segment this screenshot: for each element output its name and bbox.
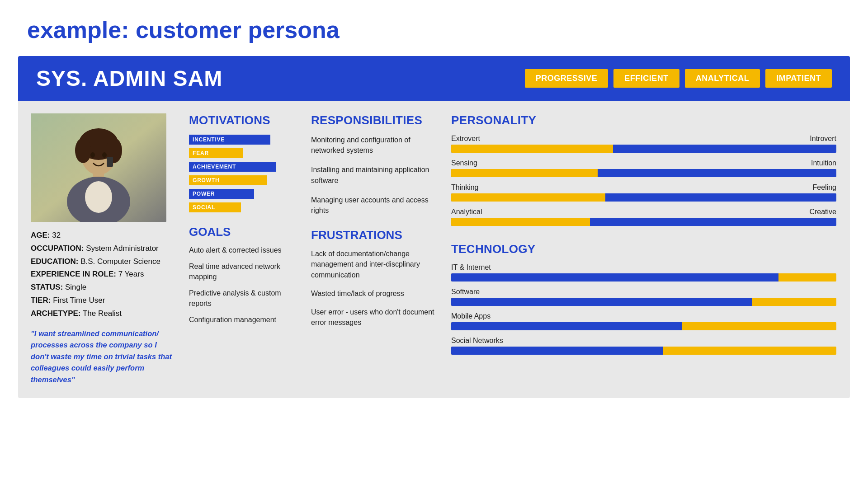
technology-row: Social Networks xyxy=(451,337,836,355)
bio-status: STATUS: Single xyxy=(31,282,175,293)
technology-track xyxy=(451,298,836,306)
motivation-bar-item: FEAR xyxy=(189,148,297,158)
svg-point-8 xyxy=(85,181,112,213)
motivations-column: MOTIVATIONS INCENTIVEFEARACHIEVEMENTGROW… xyxy=(189,113,297,385)
goal-item: Auto alert & corrected issues xyxy=(189,245,297,255)
header-tag: PROGRESSIVE xyxy=(525,69,609,88)
goal-item: Predictive analysis & custom reports xyxy=(189,288,297,309)
frustrations-title: FRUSTRATIONS xyxy=(311,228,438,242)
personality-fill xyxy=(451,169,598,177)
motivation-bar-item: ACHIEVEMENT xyxy=(189,162,297,172)
svg-point-9 xyxy=(90,152,95,158)
svg-point-10 xyxy=(102,152,107,158)
goal-item: Configuration management xyxy=(189,315,297,325)
personality-row: ExtrovertIntrovert xyxy=(451,135,836,153)
frustration-item: User error - users who don't document er… xyxy=(311,307,438,328)
personality-row: SensingIntuition xyxy=(451,159,836,177)
personality-track xyxy=(451,193,836,202)
personality-column: PERSONALITY ExtrovertIntrovertSensingInt… xyxy=(451,113,836,385)
card-header: SYS. ADMIN SAM PROGRESSIVEEFFICIENTANALY… xyxy=(18,56,850,101)
motivation-bar-item: GROWTH xyxy=(189,175,297,185)
bio-occupation: OCCUPATION: System Administrator xyxy=(31,243,175,254)
personality-left-label: Analytical xyxy=(451,208,482,216)
card-body: AGE: 32 OCCUPATION: System Administrator… xyxy=(18,101,850,398)
bio-table: AGE: 32 OCCUPATION: System Administrator… xyxy=(31,230,175,319)
technology-track xyxy=(451,322,836,330)
motivation-bar-item: SOCIAL xyxy=(189,202,297,212)
bio-experience: EXPERIENCE IN ROLE: 7 Years xyxy=(31,269,175,280)
personality-fill xyxy=(451,218,590,226)
personality-right-label: Feeling xyxy=(813,183,836,192)
svg-point-4 xyxy=(75,138,91,163)
page-title: example: customer persona xyxy=(0,0,868,56)
personality-row: AnalyticalCreative xyxy=(451,208,836,226)
personality-fill xyxy=(451,193,605,202)
personality-row: ThinkingFeeling xyxy=(451,183,836,202)
frustration-item: Lack of documentation/change management … xyxy=(311,249,438,280)
personality-left-label: Thinking xyxy=(451,183,478,192)
personality-right-label: Creative xyxy=(809,208,836,216)
technology-label: Social Networks xyxy=(451,337,836,345)
technology-label: IT & Internet xyxy=(451,263,836,272)
personality-track xyxy=(451,169,836,177)
technology-fill xyxy=(451,273,778,282)
personality-rows: ExtrovertIntrovertSensingIntuitionThinki… xyxy=(451,135,836,226)
svg-rect-11 xyxy=(107,157,113,167)
persona-quote: "I want streamlined communication/ proce… xyxy=(31,328,175,386)
goals-items: Auto alert & corrected issuesReal time a… xyxy=(189,245,297,325)
technology-track xyxy=(451,347,836,355)
responsibility-item: Managing user accounts and access rights xyxy=(311,195,438,216)
personality-right-label: Introvert xyxy=(810,135,836,143)
motivations-title: MOTIVATIONS xyxy=(189,113,297,127)
bio-column: AGE: 32 OCCUPATION: System Administrator… xyxy=(31,113,175,385)
personality-title: PERSONALITY xyxy=(451,113,836,127)
personality-track xyxy=(451,218,836,226)
technology-fill xyxy=(451,322,682,330)
motivation-bar-item: INCENTIVE xyxy=(189,135,297,145)
technology-fill xyxy=(451,298,752,306)
technology-section: TECHNOLOGY IT & InternetSoftwareMobile A… xyxy=(451,242,836,355)
goal-item: Real time advanced network mapping xyxy=(189,262,297,282)
responsibility-item: Monitoring and configuration of networke… xyxy=(311,135,438,155)
motivation-bar-item: POWER xyxy=(189,189,297,199)
technology-rows: IT & InternetSoftwareMobile AppsSocial N… xyxy=(451,263,836,355)
goals-title: GOALS xyxy=(189,225,297,239)
technology-label: Mobile Apps xyxy=(451,312,836,320)
responsibility-item: Installing and maintaining application s… xyxy=(311,164,438,185)
technology-row: Software xyxy=(451,288,836,306)
personality-right-label: Intuition xyxy=(811,159,836,167)
personality-left-label: Extrovert xyxy=(451,135,480,143)
technology-fill xyxy=(451,347,663,355)
persona-photo xyxy=(31,113,166,222)
persona-name: SYS. ADMIN SAM xyxy=(36,66,222,91)
header-tag: IMPATIENT xyxy=(765,69,832,88)
persona-card: SYS. ADMIN SAM PROGRESSIVEEFFICIENTANALY… xyxy=(18,56,850,398)
personality-track xyxy=(451,145,836,153)
technology-label: Software xyxy=(451,288,836,296)
bio-education: EDUCATION: B.S. Computer Science xyxy=(31,256,175,267)
responsibilities-items: Monitoring and configuration of networke… xyxy=(311,135,438,216)
responsibilities-column: RESPONSIBILITIES Monitoring and configur… xyxy=(311,113,438,385)
frustration-item: Wasted time/lack of progress xyxy=(311,288,438,299)
technology-track xyxy=(451,273,836,282)
technology-row: Mobile Apps xyxy=(451,312,836,330)
bio-tier: TIER: First Time User xyxy=(31,295,175,306)
technology-row: IT & Internet xyxy=(451,263,836,282)
bio-age: AGE: 32 xyxy=(31,230,175,241)
personality-left-label: Sensing xyxy=(451,159,477,167)
personality-section: PERSONALITY ExtrovertIntrovertSensingInt… xyxy=(451,113,836,226)
header-tag: EFFICIENT xyxy=(613,69,679,88)
bio-archetype: ARCHETYPE: The Realist xyxy=(31,308,175,319)
responsibilities-title: RESPONSIBILITIES xyxy=(311,113,438,127)
frustrations-items: Lack of documentation/change management … xyxy=(311,249,438,328)
technology-title: TECHNOLOGY xyxy=(451,242,836,256)
tag-list: PROGRESSIVEEFFICIENTANALYTICALIMPATIENT xyxy=(525,69,832,88)
motivation-bars: INCENTIVEFEARACHIEVEMENTGROWTHPOWERSOCIA… xyxy=(189,135,297,212)
personality-fill xyxy=(451,145,613,153)
goals-section: GOALS Auto alert & corrected issuesReal … xyxy=(189,225,297,325)
header-tag: ANALYTICAL xyxy=(685,69,760,88)
